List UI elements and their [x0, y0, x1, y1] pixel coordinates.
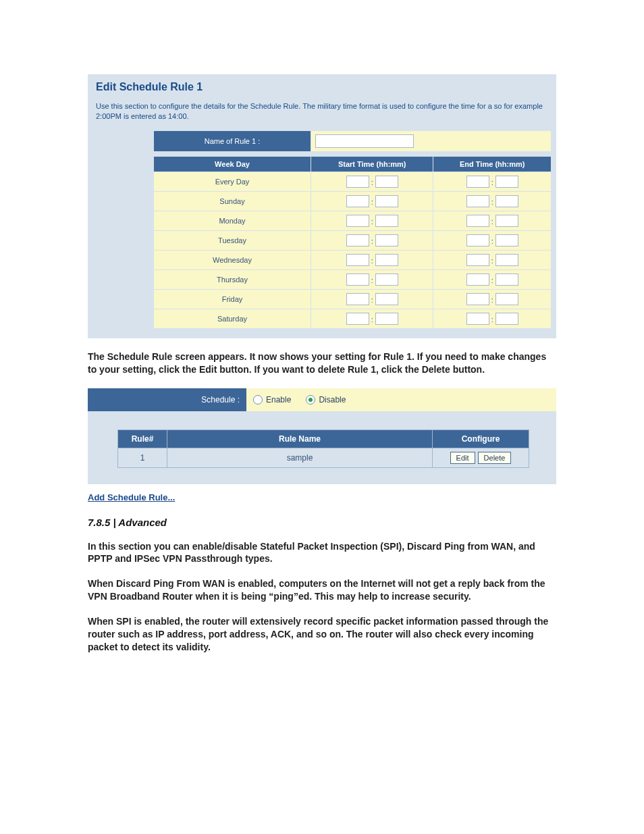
rule-number: 1 — [118, 448, 167, 467]
end-hh-input[interactable] — [466, 195, 489, 207]
col-rule-num: Rule# — [118, 429, 167, 448]
start-hh-input[interactable] — [346, 273, 369, 286]
rules-table: Rule# Rule Name Configure 1sampleEditDel… — [117, 429, 529, 468]
schedule-row: Thursday : : — [154, 269, 552, 289]
add-schedule-rule-link[interactable]: Add Schedule Rule... — [88, 492, 175, 502]
day-label: Every Day — [154, 172, 311, 191]
edit-schedule-panel: Edit Schedule Rule 1 Use this section to… — [88, 74, 556, 338]
edit-button[interactable]: Edit — [450, 452, 475, 464]
start-mm-input[interactable] — [375, 313, 398, 325]
schedule-row: Every Day : : — [154, 172, 552, 191]
schedule-table: Name of Rule 1 : Week Day Start Time (hh… — [153, 130, 552, 329]
start-mm-input[interactable] — [375, 273, 398, 286]
schedule-list-panel: Schedule : Enable Disable Rule# Rule Nam… — [88, 388, 556, 484]
panel-title: Edit Schedule Rule 1 — [96, 81, 548, 93]
end-mm-input[interactable] — [495, 176, 518, 188]
advanced-p3: When SPI is enabled, the router will ext… — [88, 615, 556, 654]
day-label: Friday — [154, 289, 311, 309]
end-mm-input[interactable] — [495, 313, 518, 325]
schedule-toggle-label: Schedule : — [88, 388, 246, 411]
section-heading: 7.8.5 | Advanced — [88, 517, 556, 528]
end-mm-input[interactable] — [495, 234, 518, 246]
mid-paragraph: The Schedule Rule screen appears. It now… — [88, 350, 556, 376]
schedule-toggle-bar: Schedule : Enable Disable — [88, 388, 556, 412]
disable-label: Disable — [319, 395, 346, 405]
start-hh-input[interactable] — [346, 176, 369, 188]
end-hh-input[interactable] — [466, 215, 489, 227]
col-configure: Configure — [433, 429, 529, 448]
col-rule-name: Rule Name — [167, 429, 433, 448]
start-hh-input[interactable] — [346, 215, 369, 227]
start-mm-input[interactable] — [375, 234, 398, 246]
radio-icon — [253, 395, 263, 405]
start-mm-input[interactable] — [375, 254, 398, 266]
col-weekday: Week Day — [154, 156, 311, 172]
day-label: Wednesday — [154, 250, 311, 269]
start-mm-input[interactable] — [375, 215, 398, 227]
end-mm-input[interactable] — [495, 254, 518, 266]
schedule-row: Sunday : : — [154, 191, 552, 211]
enable-label: Enable — [266, 395, 291, 405]
rule-name-label: Name of Rule 1 : — [154, 130, 311, 151]
schedule-row: Wednesday : : — [154, 250, 552, 269]
day-label: Monday — [154, 211, 311, 230]
start-hh-input[interactable] — [346, 254, 369, 266]
start-mm-input[interactable] — [375, 195, 398, 207]
start-mm-input[interactable] — [375, 293, 398, 305]
rule-name-input[interactable] — [315, 134, 414, 148]
rule-row: 1sampleEditDelete — [118, 448, 529, 467]
col-end: End Time (hh:mm) — [433, 156, 552, 172]
radio-icon — [306, 395, 315, 405]
schedule-row: Friday : : — [154, 289, 552, 309]
start-mm-input[interactable] — [375, 176, 398, 188]
schedule-enable-radio[interactable]: Enable — [253, 395, 291, 405]
day-label: Tuesday — [154, 230, 311, 250]
schedule-row: Monday : : — [154, 211, 552, 230]
schedule-row: Tuesday : : — [154, 230, 552, 250]
advanced-p1: In this section you can enable/disable S… — [88, 540, 556, 566]
rule-name-cell: sample — [167, 448, 433, 467]
start-hh-input[interactable] — [346, 234, 369, 246]
end-mm-input[interactable] — [495, 293, 518, 305]
end-mm-input[interactable] — [495, 215, 518, 227]
advanced-p2: When Discard Ping From WAN is enabled, c… — [88, 577, 556, 603]
end-hh-input[interactable] — [466, 293, 489, 305]
end-hh-input[interactable] — [466, 234, 489, 246]
end-hh-input[interactable] — [466, 254, 489, 266]
day-label: Thursday — [154, 269, 311, 289]
start-hh-input[interactable] — [346, 195, 369, 207]
col-start: Start Time (hh:mm) — [311, 156, 433, 172]
day-label: Sunday — [154, 191, 311, 211]
schedule-row: Saturday : : — [154, 309, 552, 328]
panel-description: Use this section to configure the detail… — [96, 101, 548, 122]
end-hh-input[interactable] — [466, 313, 489, 325]
day-label: Saturday — [154, 309, 311, 328]
schedule-disable-radio[interactable]: Disable — [306, 395, 346, 405]
delete-button[interactable]: Delete — [478, 452, 512, 464]
start-hh-input[interactable] — [346, 293, 369, 305]
end-hh-input[interactable] — [466, 176, 489, 188]
end-hh-input[interactable] — [466, 273, 489, 286]
end-mm-input[interactable] — [495, 273, 518, 286]
end-mm-input[interactable] — [495, 195, 518, 207]
start-hh-input[interactable] — [346, 313, 369, 325]
